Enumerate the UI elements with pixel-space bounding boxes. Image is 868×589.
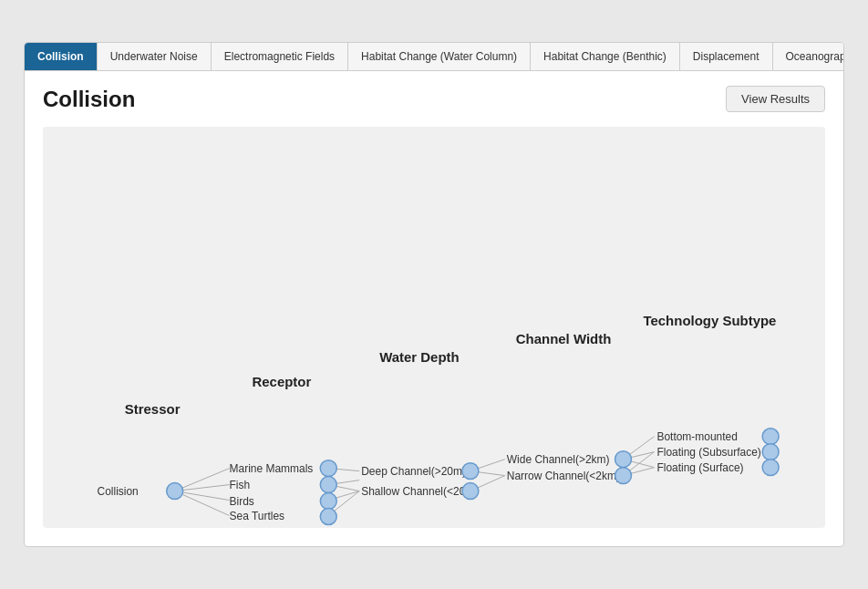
channel-width-narrow-label: Narrow Channel(<2km)	[507, 470, 620, 482]
channel-width-wide-circle[interactable]	[615, 451, 632, 468]
tech-subsurface-circle[interactable]	[762, 444, 779, 460]
water-depth-header: Water Depth	[379, 349, 460, 365]
content-area: Collision View Results Stressor Receptor…	[25, 71, 843, 546]
tech-surface-circle[interactable]	[762, 460, 779, 476]
receptor-turtles-label: Sea Turtles	[230, 511, 285, 523]
receptor-turtles-circle[interactable]	[320, 509, 336, 525]
tech-subsurface-label: Floating (Subsurface)	[656, 446, 760, 459]
tech-subtype-bottom-mounted[interactable]: Bottom-mounted	[656, 429, 779, 445]
water-depth-shallow[interactable]: Shallow Channel(<20m)	[361, 483, 479, 500]
tab-electromagnetic-fields[interactable]: Electromagnetic Fields	[212, 43, 348, 70]
tech-subtype-floating-subsurface[interactable]: Floating (Subsurface)	[656, 444, 779, 460]
channel-width-narrow-circle[interactable]	[615, 468, 632, 484]
channel-width-wide-label: Wide Channel(>2km)	[507, 453, 610, 466]
tab-bar: Collision Underwater Noise Electromagnet…	[25, 43, 843, 71]
tech-bottom-label: Bottom-mounted	[656, 430, 737, 443]
stressor-circle[interactable]	[167, 483, 183, 500]
stressor-node-group[interactable]: Collision	[98, 483, 183, 500]
tech-subtype-floating-surface[interactable]: Floating (Surface)	[656, 460, 779, 476]
diagram-area: Stressor Receptor Water Depth Channel Wi…	[43, 127, 825, 528]
receptor-mm-label: Marine Mammals	[230, 462, 314, 475]
channel-width-wide[interactable]: Wide Channel(>2km)	[507, 451, 632, 468]
receptor-fish-label: Fish	[230, 479, 251, 491]
receptor-fish[interactable]: Fish	[230, 477, 337, 493]
diagram-svg: Stressor Receptor Water Depth Channel Wi…	[43, 127, 825, 528]
receptor-birds[interactable]: Birds	[230, 493, 337, 510]
technology-subtype-header: Technology Subtype	[643, 313, 776, 328]
tech-bottom-circle[interactable]	[762, 429, 779, 445]
receptor-fish-circle[interactable]	[320, 477, 336, 493]
page-title: Collision	[43, 87, 135, 112]
channel-width-narrow[interactable]: Narrow Channel(<2km)	[507, 468, 632, 484]
main-container: Collision Underwater Noise Electromagnet…	[24, 42, 844, 547]
receptor-header: Receptor	[252, 374, 311, 389]
receptor-sea-turtles[interactable]: Sea Turtles	[230, 509, 337, 525]
water-depth-deep-circle[interactable]	[462, 463, 479, 480]
receptor-mm-circle[interactable]	[320, 460, 336, 477]
water-depth-shallow-label: Shallow Channel(<20m)	[361, 485, 478, 498]
content-header: Collision View Results	[43, 86, 825, 112]
channel-width-header: Channel Width	[516, 331, 612, 346]
water-depth-deep[interactable]: Deep Channel(>20m)	[361, 463, 479, 480]
receptor-birds-label: Birds	[230, 495, 254, 508]
tab-underwater-noise[interactable]: Underwater Noise	[98, 43, 212, 70]
receptor-birds-circle[interactable]	[320, 493, 336, 510]
receptor-marine-mammals[interactable]: Marine Mammals	[230, 460, 337, 477]
line-collision-sea-turtles	[175, 491, 230, 516]
tab-collision[interactable]: Collision	[25, 43, 98, 70]
stressor-label: Collision	[98, 485, 139, 498]
water-depth-shallow-circle[interactable]	[462, 483, 479, 500]
stressor-header: Stressor	[125, 401, 181, 417]
view-results-button[interactable]: View Results	[726, 86, 825, 112]
tab-oceanographic-systems[interactable]: Oceanographic Systems	[773, 43, 843, 70]
tab-habitat-change-benthic[interactable]: Habitat Change (Benthic)	[531, 43, 680, 70]
tab-displacement[interactable]: Displacement	[680, 43, 773, 70]
tech-surface-label: Floating (Surface)	[656, 461, 743, 474]
tab-habitat-change-water-column[interactable]: Habitat Change (Water Column)	[348, 43, 531, 70]
water-depth-deep-label: Deep Channel(>20m)	[361, 465, 466, 478]
